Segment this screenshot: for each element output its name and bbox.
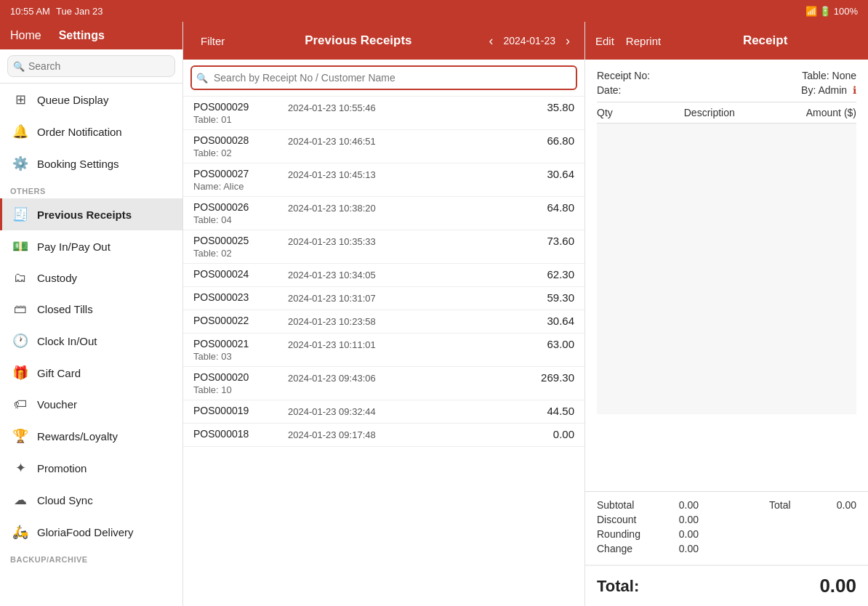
filter-button[interactable]: Filter	[193, 31, 232, 52]
sidebar-search-input[interactable]	[7, 55, 175, 77]
receipt-sub: Table: 03	[193, 351, 288, 362]
total-val: 0.00	[813, 499, 856, 511]
backup-section-label: BACKUP/ARCHIVE	[0, 548, 182, 567]
others-section-label: OTHERS	[0, 179, 182, 198]
receipt-list-item[interactable]: POS000020 Table: 10 2024-01-23 09:43:06 …	[183, 367, 584, 400]
subtotal-val: 0.00	[655, 499, 699, 511]
receipt-list-item[interactable]: POS000024 2024-01-23 10:34:05 62.30	[183, 264, 584, 287]
receipt-amount: 44.50	[531, 405, 574, 419]
sidebar-item-previous-receipts[interactable]: 🧾 Previous Receipts	[0, 198, 182, 230]
receipt-sub: Table: 04	[193, 214, 288, 225]
receipt-date: 2024-01-23 09:32:44	[288, 405, 531, 417]
receipt-list-item[interactable]: POS000019 2024-01-23 09:32:44 44.50	[183, 400, 584, 424]
info-icon: ℹ	[853, 84, 856, 96]
receipt-pos-no: POS000027	[193, 168, 288, 179]
clock-in-out-icon: 🕐	[12, 333, 28, 349]
sidebar-item-order-notification[interactable]: 🔔 Order Notification	[0, 116, 182, 148]
sidebar-home[interactable]: Home	[10, 29, 41, 42]
receipt-detail: Receipt No: Table: None Date: By: Admin …	[585, 60, 868, 491]
sidebar-search-icon: 🔍	[13, 61, 25, 72]
pay-in-out-icon: 💵	[12, 238, 28, 254]
right-panel: Edit Reprint Receipt Receipt No: Table: …	[584, 22, 868, 606]
rounding-val: 0.00	[655, 528, 699, 540]
receipt-date: 2024-01-23 09:17:48	[288, 428, 531, 440]
receipt-no-row: Receipt No: Table: None	[597, 70, 856, 81]
date-label: Date:	[597, 84, 621, 96]
receipt-search-input[interactable]	[190, 65, 577, 90]
receipt-pos-no: POS000020	[193, 371, 288, 383]
receipt-date: 2024-01-23 10:46:51	[288, 134, 531, 147]
receipt-amount: 0.00	[531, 428, 574, 442]
receipt-amount: 62.30	[531, 268, 574, 282]
sidebar-item-queue-display[interactable]: ⊞ Queue Display	[0, 84, 182, 116]
receipt-list-item[interactable]: POS000028 Table: 02 2024-01-23 10:46:51 …	[183, 130, 584, 163]
receipt-totals: Subtotal 0.00 Total 0.00 Discount 0.00 R…	[585, 491, 868, 565]
right-panel-header: Edit Reprint Receipt	[585, 22, 868, 60]
receipts-list: POS000029 Table: 01 2024-01-23 10:55:46 …	[183, 97, 584, 606]
receipt-title: Receipt	[672, 33, 858, 48]
booking-settings-icon: ⚙️	[12, 155, 28, 171]
receipt-list-item[interactable]: POS000027 Name: Alice 2024-01-23 10:45:1…	[183, 163, 584, 197]
change-val: 0.00	[655, 543, 699, 554]
sidebar-item-gloriafood[interactable]: 🛵 GloriaFood Delivery	[0, 516, 182, 548]
status-time: 10:55 AM	[10, 6, 50, 17]
date-nav: ‹ 2024-01-23 ›	[484, 32, 574, 50]
sidebar-item-closed-tills[interactable]: 🗃 Closed Tills	[0, 294, 182, 325]
receipt-date: 2024-01-23 10:55:46	[288, 101, 531, 113]
receipt-no-label: Receipt No:	[597, 70, 650, 81]
discount-val: 0.00	[655, 514, 699, 525]
receipt-amount: 30.64	[531, 168, 574, 182]
receipt-list-item[interactable]: POS000025 Table: 02 2024-01-23 10:35:33 …	[183, 230, 584, 264]
receipt-sub: Name: Alice	[193, 181, 288, 192]
qty-col-label: Qty	[597, 107, 613, 118]
change-label: Change	[597, 543, 655, 554]
date-display: 2024-01-23	[503, 35, 555, 47]
receipt-sub: Table: 01	[193, 114, 288, 125]
order-notification-icon: 🔔	[12, 124, 28, 140]
date-next-button[interactable]: ›	[561, 32, 574, 50]
receipt-date: 2024-01-23 09:43:06	[288, 371, 531, 384]
by-label: By: Admin ℹ	[801, 84, 856, 96]
center-panel: Filter Previous Receipts ‹ 2024-01-23 › …	[183, 22, 584, 606]
date-prev-button[interactable]: ‹	[484, 32, 497, 50]
receipt-amount: 66.80	[531, 134, 574, 148]
sidebar-item-promotion[interactable]: ✦ Promotion	[0, 452, 182, 484]
sidebar-item-gift-card[interactable]: 🎁 Gift Card	[0, 357, 182, 389]
receipt-pos-no: POS000023	[193, 291, 288, 303]
sidebar-item-pay-in-out[interactable]: 💵 Pay In/Pay Out	[0, 230, 182, 262]
receipt-amount: 73.60	[531, 235, 574, 249]
receipt-pos-no: POS000021	[193, 338, 288, 350]
receipt-amount: 269.30	[531, 371, 574, 385]
grand-total-row: Total: 0.00	[585, 565, 868, 606]
battery-status: 📶 🔋 100%	[805, 6, 859, 17]
sidebar-item-rewards-loyalty[interactable]: 🏆 Rewards/Loyalty	[0, 420, 182, 452]
sidebar-item-booking-settings[interactable]: ⚙️ Booking Settings	[0, 148, 182, 179]
sidebar-item-custody[interactable]: 🗂 Custody	[0, 262, 182, 294]
table-label: Table: None	[802, 70, 856, 81]
receipt-date: 2024-01-23 10:35:33	[288, 235, 531, 247]
center-title: Previous Receipts	[239, 33, 477, 48]
receipt-list-item[interactable]: POS000023 2024-01-23 10:31:07 59.30	[183, 287, 584, 310]
receipt-list-item[interactable]: POS000021 Table: 03 2024-01-23 10:11:01 …	[183, 334, 584, 367]
change-row: Change 0.00	[597, 543, 856, 554]
rounding-row: Rounding 0.00	[597, 528, 856, 540]
receipt-list-item[interactable]: POS000018 2024-01-23 09:17:48 0.00	[183, 424, 584, 447]
receipt-list-item[interactable]: POS000022 2024-01-23 10:23:58 30.64	[183, 310, 584, 334]
sidebar-item-voucher[interactable]: 🏷 Voucher	[0, 389, 182, 420]
closed-tills-icon: 🗃	[12, 302, 28, 317]
receipt-list-item[interactable]: POS000029 Table: 01 2024-01-23 10:55:46 …	[183, 97, 584, 130]
sidebar-item-clock-in-out[interactable]: 🕐 Clock In/Out	[0, 325, 182, 357]
sidebar-item-cloud-sync[interactable]: ☁ Cloud Sync	[0, 484, 182, 516]
receipt-date: 2024-01-23 10:34:05	[288, 268, 531, 280]
sidebar-settings[interactable]: Settings	[59, 29, 105, 42]
reprint-button[interactable]: Reprint	[626, 35, 661, 47]
edit-button[interactable]: Edit	[595, 35, 614, 47]
receipt-list-item[interactable]: POS000026 Table: 04 2024-01-23 10:38:20 …	[183, 197, 584, 230]
subtotal-row: Subtotal 0.00 Total 0.00	[597, 499, 856, 511]
receipt-pos-no: POS000028	[193, 134, 288, 146]
sidebar-header: Home Settings	[0, 22, 182, 49]
desc-col-label: Description	[684, 107, 735, 118]
receipt-amount: 64.80	[531, 201, 574, 215]
receipt-date: 2024-01-23 10:11:01	[288, 338, 531, 350]
receipt-pos-no: POS000019	[193, 405, 288, 416]
